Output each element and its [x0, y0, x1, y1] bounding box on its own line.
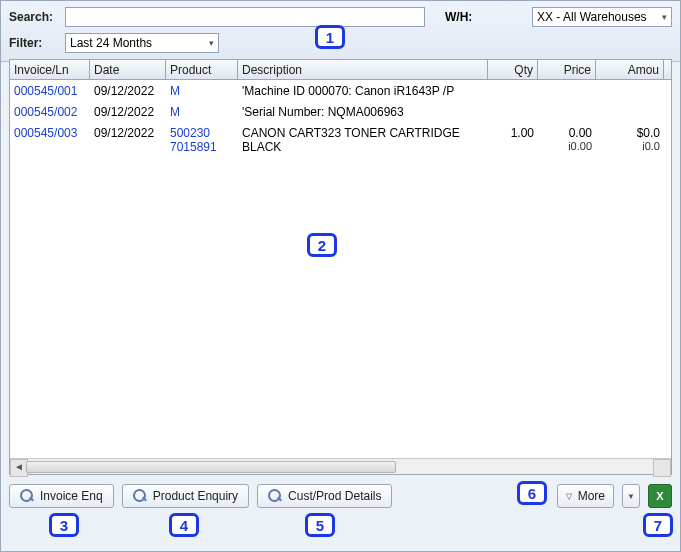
- callout-5: 5: [305, 513, 335, 537]
- search-icon: [20, 489, 34, 503]
- cust-prod-details-button[interactable]: Cust/Prod Details: [257, 484, 392, 508]
- callout-4: 4: [169, 513, 199, 537]
- caret-down-icon: ▼: [627, 492, 635, 501]
- cell-desc: 'Machine ID 000070: Canon iR1643P /P: [238, 84, 488, 98]
- warehouse-label: W/H:: [445, 10, 485, 24]
- cell-product-line1: 500230: [170, 126, 234, 140]
- cell-desc: CANON CART323 TONER CARTRIDGE BLACK: [238, 126, 488, 154]
- cell-amount: $0.0 i0.0: [596, 126, 664, 154]
- col-date[interactable]: Date: [90, 60, 166, 79]
- search-icon: [133, 489, 147, 503]
- cell-desc-line2: BLACK: [242, 140, 484, 154]
- cell-price-line2: i0.00: [542, 140, 592, 152]
- table-row[interactable]: 000545/002 09/12/2022 M 'Serial Number: …: [10, 101, 671, 122]
- filter-bar: Search: W/H: XX - All Warehouses ▾ Filte…: [1, 1, 680, 62]
- more-dropdown-button[interactable]: ▼: [622, 484, 640, 508]
- cell-amount-line2: i0.0: [600, 140, 660, 152]
- cell-qty: [488, 105, 538, 119]
- cell-price-line1: 0.00: [542, 126, 592, 140]
- filter-select[interactable]: Last 24 Months ▾: [65, 33, 219, 53]
- search-input[interactable]: [65, 7, 425, 27]
- cust-prod-label: Cust/Prod Details: [288, 489, 381, 503]
- warehouse-select[interactable]: XX - All Warehouses ▾: [532, 7, 672, 27]
- cell-product[interactable]: 500230 7015891: [166, 126, 238, 154]
- cell-invoice[interactable]: 000545/002: [10, 105, 90, 119]
- table-row[interactable]: 000545/003 09/12/2022 500230 7015891 CAN…: [10, 122, 671, 157]
- cell-desc: 'Serial Number: NQMA006963: [238, 105, 488, 119]
- cell-amount-line1: $0.0: [600, 126, 660, 140]
- cell-price: [538, 84, 596, 98]
- cell-invoice[interactable]: 000545/003: [10, 126, 90, 154]
- scroll-right-icon[interactable]: ►: [657, 461, 667, 472]
- cell-date: 09/12/2022: [90, 84, 166, 98]
- cell-qty: 1.00: [488, 126, 538, 154]
- cell-product-line2: 7015891: [170, 140, 234, 154]
- more-label: More: [578, 489, 605, 503]
- cell-amount: [596, 105, 664, 119]
- chevron-down-icon: ▾: [662, 12, 667, 22]
- table-row[interactable]: 000545/001 09/12/2022 M 'Machine ID 0000…: [10, 80, 671, 101]
- search-icon: [268, 489, 282, 503]
- scroll-left-icon[interactable]: ◄: [14, 461, 24, 472]
- col-description[interactable]: Description: [238, 60, 488, 79]
- cell-qty: [488, 84, 538, 98]
- search-label: Search:: [9, 10, 57, 24]
- product-enquiry-label: Product Enquiry: [153, 489, 238, 503]
- results-grid: Invoice/Ln Date Product Description Qty …: [9, 59, 672, 475]
- callout-7: 7: [643, 513, 673, 537]
- col-price[interactable]: Price: [538, 60, 596, 79]
- invoice-enq-button[interactable]: Invoice Enq: [9, 484, 114, 508]
- product-enquiry-button[interactable]: Product Enquiry: [122, 484, 249, 508]
- filter-value: Last 24 Months: [70, 36, 152, 50]
- more-button[interactable]: ▽ More: [557, 484, 614, 508]
- col-product[interactable]: Product: [166, 60, 238, 79]
- cell-date: 09/12/2022: [90, 126, 166, 154]
- col-amount[interactable]: Amou: [596, 60, 664, 79]
- grid-header: Invoice/Ln Date Product Description Qty …: [10, 60, 671, 80]
- cell-invoice[interactable]: 000545/001: [10, 84, 90, 98]
- excel-icon: X: [656, 490, 663, 502]
- col-invoice[interactable]: Invoice/Ln: [10, 60, 90, 79]
- invoice-enq-label: Invoice Enq: [40, 489, 103, 503]
- chevron-down-icon: ▽: [566, 492, 572, 501]
- filter-label: Filter:: [9, 36, 57, 50]
- horizontal-scrollbar[interactable]: ◄ ►: [10, 458, 671, 474]
- warehouse-value: XX - All Warehouses: [537, 10, 647, 24]
- export-excel-button[interactable]: X: [648, 484, 672, 508]
- cell-product[interactable]: M: [166, 84, 238, 98]
- cell-price: 0.00 i0.00: [538, 126, 596, 154]
- action-bar: Invoice Enq Product Enquiry Cust/Prod De…: [9, 481, 672, 511]
- col-qty[interactable]: Qty: [488, 60, 538, 79]
- cell-date: 09/12/2022: [90, 105, 166, 119]
- cell-price: [538, 105, 596, 119]
- scrollbar-thumb[interactable]: [26, 461, 396, 473]
- grid-body[interactable]: 000545/001 09/12/2022 M 'Machine ID 0000…: [10, 80, 671, 458]
- cell-amount: [596, 84, 664, 98]
- chevron-down-icon: ▾: [209, 38, 214, 48]
- cell-product[interactable]: M: [166, 105, 238, 119]
- callout-3: 3: [49, 513, 79, 537]
- cell-desc-line1: CANON CART323 TONER CARTRIDGE: [242, 126, 484, 140]
